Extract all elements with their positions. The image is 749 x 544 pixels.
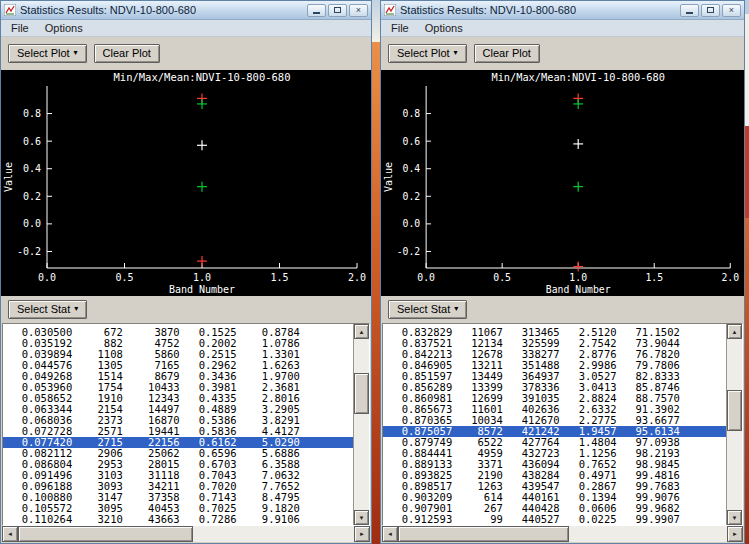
app-icon (384, 4, 396, 16)
hscrollbar-thumb[interactable] (398, 526, 569, 542)
desktop-fragment (745, 14, 749, 126)
table-row[interactable]: 0.110264 3210 43663 0.7286 9.9106 (3, 514, 353, 525)
scrollbar-thumb[interactable] (354, 373, 369, 414)
maximize-button[interactable] (701, 4, 720, 17)
menu-options[interactable]: Options (38, 21, 90, 35)
clear-plot-button[interactable]: Clear Plot (94, 44, 160, 63)
scroll-right-icon: ► (732, 531, 738, 537)
stat-toolbar: Select Stat▾ (1, 296, 371, 323)
horizontal-scrollbar[interactable]: ◄ ► (2, 526, 370, 542)
plot-toolbar: Select Plot▾ Clear Plot (1, 37, 371, 70)
select-stat-button[interactable]: Select Stat▾ (388, 300, 467, 319)
stats-table-container: 0.832829 11067 313465 2.5120 71.1502 0.8… (381, 323, 744, 543)
scrollbar-track[interactable] (727, 339, 742, 510)
window-title: Statistics Results: NDVI-10-800-680 (400, 4, 576, 16)
mean-minus-stdev-marker (573, 182, 583, 192)
close-button[interactable]: × (349, 4, 368, 17)
svg-text:-0.2: -0.2 (397, 246, 421, 257)
close-button[interactable]: × (722, 4, 741, 17)
desktop-fragment (745, 126, 749, 218)
svg-text:0.6: 0.6 (23, 136, 41, 147)
plot-canvas: Min/Max/Mean:NDVI-10-800-6800.00.51.01.5… (381, 70, 744, 296)
minimize-icon (686, 12, 693, 14)
vertical-scrollbar[interactable]: ▲ ▼ (726, 324, 742, 525)
svg-text:0.0: 0.0 (23, 218, 41, 229)
scroll-down-button[interactable]: ▼ (354, 510, 369, 525)
dropdown-arrow-icon: ▾ (454, 305, 458, 313)
stats-table[interactable]: 0.030500 672 3870 0.1525 0.8784 0.035192… (3, 324, 353, 525)
svg-text:1.0: 1.0 (569, 272, 587, 283)
dropdown-arrow-icon: ▾ (74, 49, 78, 57)
minmaxmean-plot: Min/Max/Mean:NDVI-10-800-6800.00.51.01.5… (381, 70, 744, 296)
y-axis-label: Value (3, 162, 14, 192)
scroll-left-button[interactable]: ◄ (2, 526, 18, 542)
scrollbar-thumb[interactable] (727, 390, 742, 431)
close-icon: × (729, 6, 734, 15)
title-bar[interactable]: Statistics Results: NDVI-10-800-680 × (381, 1, 744, 20)
svg-text:0.5: 0.5 (493, 272, 511, 283)
stat-toolbar: Select Stat▾ (381, 296, 744, 323)
hscrollbar-track[interactable] (18, 526, 354, 542)
scrollbar-track[interactable] (354, 339, 369, 510)
select-plot-label: Select Plot (397, 47, 450, 59)
minmaxmean-plot: Min/Max/Mean:NDVI-10-800-6800.00.51.01.5… (1, 70, 371, 296)
svg-text:0.4: 0.4 (23, 163, 41, 174)
plot-toolbar: Select Plot▾ Clear Plot (381, 37, 744, 70)
hscrollbar-track[interactable] (398, 526, 727, 542)
mean-minus-stdev-marker (197, 182, 207, 192)
maximize-icon (334, 7, 341, 13)
scroll-down-icon: ▼ (359, 515, 365, 521)
maximize-button[interactable] (328, 4, 347, 17)
select-plot-button[interactable]: Select Plot▾ (388, 44, 467, 63)
menu-bar: File Options (381, 20, 744, 37)
scroll-left-button[interactable]: ◄ (382, 526, 398, 542)
svg-text:2.0: 2.0 (721, 272, 739, 283)
select-plot-button[interactable]: Select Plot▾ (8, 44, 87, 63)
menu-file[interactable]: File (384, 21, 416, 35)
select-plot-label: Select Plot (17, 47, 70, 59)
vertical-scrollbar[interactable]: ▲ ▼ (353, 324, 369, 525)
svg-text:0.6: 0.6 (403, 136, 421, 147)
statistics-window-right: Statistics Results: NDVI-10-800-680 × Fi… (380, 0, 745, 544)
clear-plot-button[interactable]: Clear Plot (474, 44, 540, 63)
svg-text:1.5: 1.5 (645, 272, 663, 283)
scroll-up-icon: ▲ (359, 329, 365, 335)
plot-title: Min/Max/Mean:NDVI-10-800-680 (113, 71, 290, 83)
stats-table[interactable]: 0.832829 11067 313465 2.5120 71.1502 0.8… (383, 324, 726, 525)
menu-file[interactable]: File (4, 21, 36, 35)
horizontal-scrollbar[interactable]: ◄ ► (382, 526, 743, 542)
min-marker (197, 256, 207, 266)
title-bar[interactable]: Statistics Results: NDVI-10-800-680 × (1, 1, 371, 20)
table-row[interactable]: 0.912593 99 440527 0.0225 99.9907 (383, 514, 726, 525)
scroll-up-button[interactable]: ▲ (727, 324, 742, 339)
svg-text:0.2: 0.2 (23, 191, 41, 202)
scroll-up-icon: ▲ (732, 329, 738, 335)
select-stat-label: Select Stat (397, 303, 450, 315)
minimize-button[interactable] (680, 4, 699, 17)
y-axis-label: Value (383, 162, 394, 192)
x-axis-label: Band Number (546, 284, 611, 295)
scroll-up-button[interactable]: ▲ (354, 324, 369, 339)
svg-text:0.0: 0.0 (403, 218, 421, 229)
svg-text:0.8: 0.8 (403, 108, 421, 119)
mean-marker (573, 139, 583, 149)
svg-text:0.5: 0.5 (115, 272, 133, 283)
statistics-window-left: Statistics Results: NDVI-10-800-680 × Fi… (0, 0, 372, 544)
menu-options[interactable]: Options (418, 21, 470, 35)
svg-text:0.0: 0.0 (417, 272, 435, 283)
scroll-right-button[interactable]: ► (727, 526, 743, 542)
scroll-down-button[interactable]: ▼ (727, 510, 742, 525)
scroll-right-button[interactable]: ► (354, 526, 370, 542)
scroll-left-icon: ◄ (387, 531, 393, 537)
svg-text:0.4: 0.4 (403, 163, 421, 174)
svg-text:0.2: 0.2 (403, 191, 421, 202)
minimize-button[interactable] (307, 4, 326, 17)
hscrollbar-thumb[interactable] (18, 526, 193, 542)
maximize-icon (707, 7, 714, 13)
scroll-right-icon: ► (359, 531, 365, 537)
close-icon: × (356, 6, 361, 15)
menu-bar: File Options (1, 20, 371, 37)
minimize-icon (313, 12, 320, 14)
select-stat-button[interactable]: Select Stat▾ (8, 300, 87, 319)
x-axis-label: Band Number (169, 284, 235, 295)
